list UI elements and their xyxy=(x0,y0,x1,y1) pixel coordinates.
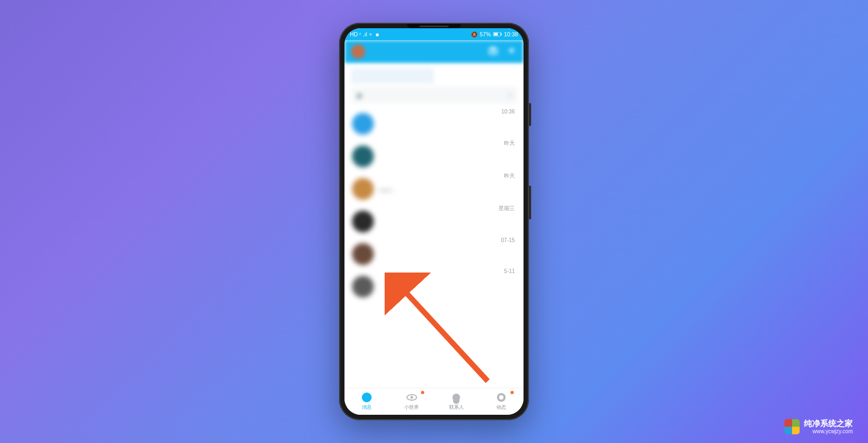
messages-icon xyxy=(361,392,372,403)
watermark-logo-icon xyxy=(784,419,800,434)
chat-avatar xyxy=(352,178,374,200)
battery-text: 57% xyxy=(480,31,491,37)
nav-messages[interactable]: 消息 xyxy=(344,388,390,415)
chat-row[interactable] xyxy=(344,140,524,173)
phone-mockup: HD ᶻ .ıl ᯤ ■ 🔕 57% 10:38 xyxy=(339,23,529,420)
svg-rect-1 xyxy=(494,33,497,35)
watermark: 纯净系统之家 www.ycwjzy.com xyxy=(784,419,853,434)
chevron-right-icon: › xyxy=(509,91,512,99)
nav-contacts[interactable]: 联系人 xyxy=(434,388,479,415)
nav-small-world[interactable]: 小世界 xyxy=(390,388,435,415)
phone-side-button xyxy=(529,103,531,126)
bottom-nav: 消息 小世界 联系人 动态 xyxy=(344,388,524,415)
nav-trends[interactable]: 动态 xyxy=(479,388,524,415)
segmented-tabs[interactable] xyxy=(351,68,517,84)
chat-avatar xyxy=(352,211,374,232)
battery-icon xyxy=(493,31,502,37)
app-header xyxy=(344,40,524,63)
camera-icon[interactable] xyxy=(488,45,499,58)
seg-tab-1[interactable] xyxy=(351,68,434,84)
sound-icon: 🔈 xyxy=(356,92,364,99)
svg-rect-2 xyxy=(501,33,502,35)
user-avatar[interactable] xyxy=(351,45,365,59)
watermark-title: 纯净系统之家 xyxy=(804,419,853,428)
chat-row[interactable] xyxy=(344,238,524,270)
chat-avatar xyxy=(352,113,374,135)
seg-tab-2[interactable] xyxy=(434,68,517,84)
chat-avatar xyxy=(352,276,374,298)
small-world-icon xyxy=(406,392,417,403)
chat-avatar xyxy=(352,243,374,265)
phone-side-button xyxy=(529,186,531,219)
chat-row[interactable] xyxy=(344,107,524,140)
chat-avatar xyxy=(352,145,374,167)
status-time: 10:38 xyxy=(504,31,518,37)
svg-point-4 xyxy=(492,49,495,53)
notice-bar[interactable]: 🔈 › xyxy=(351,87,517,103)
status-bar: HD ᶻ .ıl ᯤ ■ 🔕 57% 10:38 xyxy=(344,28,524,40)
chat-preview: neet... xyxy=(379,187,516,193)
notification-dot xyxy=(421,391,424,394)
status-left-icons: HD ᶻ .ıl ᯤ ■ xyxy=(350,31,379,37)
chat-row[interactable] xyxy=(344,205,524,238)
phone-notch xyxy=(407,24,461,28)
trends-icon xyxy=(496,392,507,403)
chat-list: neet... xyxy=(344,107,524,303)
plus-icon[interactable] xyxy=(506,45,517,58)
phone-screen: HD ᶻ .ıl ᯤ ■ 🔕 57% 10:38 xyxy=(344,28,524,415)
chat-row[interactable] xyxy=(344,270,524,303)
notification-dot xyxy=(510,391,514,394)
chat-row[interactable]: neet... xyxy=(344,173,524,205)
contacts-icon xyxy=(451,392,462,403)
watermark-url: www.ycwjzy.com xyxy=(804,428,853,434)
mute-icon: 🔕 xyxy=(471,31,477,37)
